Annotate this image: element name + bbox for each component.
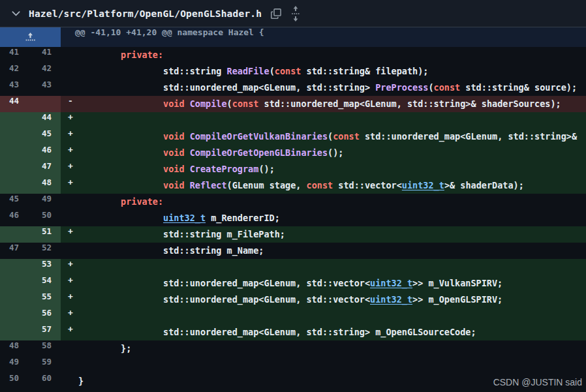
code-token bbox=[185, 131, 190, 142]
new-line-number[interactable]: 45 bbox=[30, 128, 61, 145]
code-token: std::unordered_map<GLenum, std::vector< bbox=[163, 278, 370, 288]
new-line-number[interactable]: 48 bbox=[30, 177, 61, 194]
diff-sign: + bbox=[61, 177, 78, 194]
old-line-number[interactable]: 41 bbox=[0, 47, 30, 63]
code-token: m_RendererID; bbox=[206, 213, 280, 223]
diff-row: 55+ std::unordered_map<GLenum, std::vect… bbox=[0, 292, 586, 308]
drag-grabber-button[interactable] bbox=[291, 5, 300, 22]
code-line: void CreateProgram(); bbox=[78, 161, 586, 177]
new-line-number[interactable]: 54 bbox=[30, 275, 61, 292]
new-line-number[interactable]: 56 bbox=[30, 308, 61, 324]
code-token bbox=[185, 164, 190, 174]
code-token: const bbox=[434, 82, 461, 93]
new-line-number[interactable] bbox=[30, 96, 61, 112]
old-line-number[interactable] bbox=[0, 112, 30, 128]
code-token: const bbox=[333, 131, 360, 142]
old-line-number[interactable] bbox=[0, 226, 30, 243]
code-token: (); bbox=[328, 147, 343, 158]
code-token: std::vector< bbox=[333, 180, 402, 190]
diff-sign: + bbox=[61, 145, 78, 161]
new-line-number[interactable]: 57 bbox=[30, 324, 61, 340]
code-token: (GLenum stage, bbox=[227, 180, 307, 190]
old-line-number[interactable]: 46 bbox=[0, 210, 30, 226]
old-line-number[interactable] bbox=[0, 292, 30, 308]
code-token: uint32_t bbox=[163, 213, 206, 223]
new-line-number[interactable]: 59 bbox=[30, 357, 61, 373]
code-token: private: bbox=[121, 50, 163, 60]
diff-sign: + bbox=[61, 275, 78, 292]
code-token: std::unordered_map<GLenum, std::string> … bbox=[163, 327, 476, 337]
old-line-number[interactable] bbox=[0, 177, 30, 194]
old-line-number[interactable]: 44 bbox=[0, 96, 30, 112]
new-line-number[interactable]: 58 bbox=[30, 340, 61, 357]
diff-sign bbox=[61, 357, 78, 373]
code-token: private: bbox=[121, 196, 163, 207]
diff-sign bbox=[61, 373, 78, 389]
code-token: CreateProgram bbox=[190, 164, 259, 174]
code-line: private: bbox=[78, 47, 586, 63]
code-token: void bbox=[163, 164, 185, 174]
code-token: Reflect bbox=[190, 180, 227, 190]
code-line: void Reflect(GLenum stage, const std::ve… bbox=[78, 177, 586, 194]
expand-hunk-button[interactable] bbox=[0, 27, 61, 47]
new-line-number[interactable]: 60 bbox=[30, 373, 61, 389]
old-line-number[interactable] bbox=[0, 308, 30, 324]
old-line-number[interactable] bbox=[0, 324, 30, 340]
old-line-number[interactable] bbox=[0, 161, 30, 177]
diff-sign: + bbox=[61, 292, 78, 308]
hunk-header: @@ -41,10 +41,20 @@ namespace Hazel { bbox=[0, 27, 586, 47]
new-line-number[interactable]: 46 bbox=[30, 145, 61, 161]
diff-row: 56+ bbox=[0, 308, 586, 324]
code-token: void bbox=[163, 131, 185, 142]
new-line-number[interactable]: 53 bbox=[30, 259, 61, 275]
code-token: CompileOrGetOpenGLBinaries bbox=[190, 147, 328, 158]
new-line-number[interactable]: 52 bbox=[30, 243, 61, 259]
old-line-number[interactable]: 43 bbox=[0, 80, 30, 96]
code-token: CompileOrGetVulkanBinaries bbox=[190, 131, 328, 142]
old-line-number[interactable]: 42 bbox=[0, 63, 30, 80]
code-token: uint32_t bbox=[370, 294, 412, 305]
new-line-number[interactable]: 50 bbox=[30, 210, 61, 226]
old-line-number[interactable] bbox=[0, 145, 30, 161]
diff-row: 4549 private: bbox=[0, 194, 586, 210]
old-line-number[interactable]: 47 bbox=[0, 243, 30, 259]
diff-row: 47+ void CreateProgram(); bbox=[0, 161, 586, 177]
new-line-number[interactable]: 43 bbox=[30, 80, 61, 96]
diff-row: 4858 }; bbox=[0, 340, 586, 357]
code-line: std::unordered_map<GLenum, std::vector<u… bbox=[78, 292, 586, 308]
old-line-number[interactable] bbox=[0, 259, 30, 275]
copy-path-button[interactable] bbox=[271, 8, 282, 19]
new-line-number[interactable]: 42 bbox=[30, 63, 61, 80]
code-line: std::unordered_map<GLenum, std::string> … bbox=[78, 324, 586, 340]
code-token: std::unordered_map<GLenum, std::string>&… bbox=[258, 98, 561, 109]
collapse-file-button[interactable] bbox=[8, 6, 23, 22]
code-token: std::string m_Name; bbox=[163, 245, 264, 256]
diff-row: 51+ std::string m_FilePath; bbox=[0, 226, 586, 243]
code-line: std::string m_FilePath; bbox=[78, 226, 586, 243]
diff-sign: + bbox=[61, 112, 78, 128]
code-token: ( bbox=[270, 66, 275, 76]
new-line-number[interactable]: 51 bbox=[30, 226, 61, 243]
new-line-number[interactable]: 44 bbox=[30, 112, 61, 128]
old-line-number[interactable]: 45 bbox=[0, 194, 30, 210]
new-line-number[interactable]: 55 bbox=[30, 292, 61, 308]
code-token bbox=[185, 180, 190, 190]
diff-sign: - bbox=[61, 96, 78, 112]
copy-icon bbox=[271, 8, 282, 19]
old-line-number[interactable] bbox=[0, 128, 30, 145]
code-line: std::string ReadFile(const std::string& … bbox=[78, 63, 586, 80]
diff-row: 46+ void CompileOrGetOpenGLBinaries(); bbox=[0, 145, 586, 161]
old-line-number[interactable] bbox=[0, 275, 30, 292]
code-line: std::unordered_map<GLenum, std::string> … bbox=[78, 80, 586, 96]
code-token: const bbox=[232, 98, 259, 109]
diff-row: 53+ bbox=[0, 259, 586, 275]
new-line-number[interactable]: 49 bbox=[30, 194, 61, 210]
diff-row: 44- void Compile(const std::unordered_ma… bbox=[0, 96, 586, 112]
old-line-number[interactable]: 49 bbox=[0, 357, 30, 373]
code-line bbox=[78, 259, 586, 275]
old-line-number[interactable]: 48 bbox=[0, 340, 30, 357]
code-token: >> m_VulkanSPIRV; bbox=[412, 278, 502, 288]
old-line-number[interactable]: 50 bbox=[0, 373, 30, 389]
new-line-number[interactable]: 41 bbox=[30, 47, 61, 63]
new-line-number[interactable]: 47 bbox=[30, 161, 61, 177]
